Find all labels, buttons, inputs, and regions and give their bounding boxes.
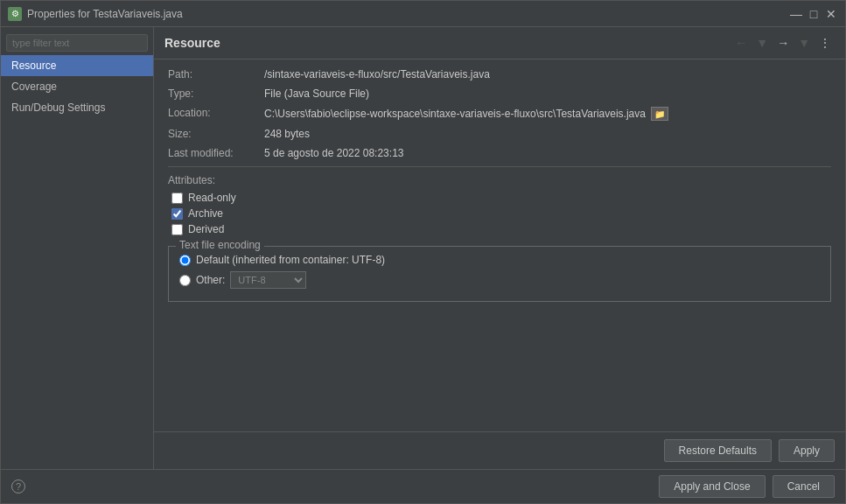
main-content: Resource Coverage Run/Debug Settings Res… bbox=[1, 27, 845, 469]
footer-bar: ? Apply and Close Cancel bbox=[1, 469, 845, 503]
cancel-button[interactable]: Cancel bbox=[773, 475, 835, 498]
title-bar-controls: — □ ✕ bbox=[789, 7, 838, 21]
window-icon-text: ⚙ bbox=[11, 9, 19, 18]
readonly-label[interactable]: Read-only bbox=[188, 192, 236, 204]
last-modified-label: Last modified: bbox=[168, 147, 264, 159]
encoding-group-label: Text file encoding bbox=[176, 239, 264, 251]
sidebar-item-run-debug[interactable]: Run/Debug Settings bbox=[1, 97, 153, 118]
size-value: 248 bytes bbox=[264, 128, 310, 140]
last-modified-row: Last modified: 5 de agosto de 2022 08:23… bbox=[168, 147, 831, 159]
derived-checkbox[interactable] bbox=[171, 224, 183, 235]
path-row: Path: /sintaxe-variaveis-e-fluxo/src/Tes… bbox=[168, 68, 831, 80]
filter-input[interactable] bbox=[6, 34, 148, 52]
title-bar-left: ⚙ Properties for TestaVariaveis.java bbox=[8, 7, 183, 21]
apply-and-close-button[interactable]: Apply and Close bbox=[659, 475, 765, 498]
type-value: File (Java Source File) bbox=[264, 88, 369, 100]
attributes-label: Attributes: bbox=[168, 174, 831, 186]
footer-right: Apply and Close Cancel bbox=[659, 475, 835, 498]
archive-label[interactable]: Archive bbox=[188, 207, 223, 220]
sidebar: Resource Coverage Run/Debug Settings bbox=[1, 27, 154, 469]
separator bbox=[168, 166, 831, 167]
readonly-row: Read-only bbox=[168, 192, 831, 204]
path-label: Path: bbox=[168, 68, 264, 80]
window-icon: ⚙ bbox=[8, 7, 22, 21]
archive-checkbox[interactable] bbox=[171, 208, 183, 220]
default-encoding-row: Default (inherited from container: UTF-8… bbox=[179, 254, 820, 266]
panel-title: Resource bbox=[164, 36, 220, 50]
encoding-select[interactable]: UTF-8 UTF-16 ISO-8859-1 bbox=[230, 271, 306, 289]
size-label: Size: bbox=[168, 128, 264, 140]
other-encoding-radio[interactable] bbox=[179, 275, 191, 286]
type-label: Type: bbox=[168, 88, 264, 100]
panel-header: Resource ← ▼ → ▼ ⋮ bbox=[154, 27, 845, 60]
other-encoding-label[interactable]: Other: bbox=[196, 274, 225, 286]
close-button[interactable]: ✕ bbox=[824, 7, 838, 21]
attributes-section: Attributes: Read-only Archive Derived bbox=[168, 174, 831, 235]
default-encoding-label[interactable]: Default (inherited from container: UTF-8… bbox=[196, 254, 385, 266]
footer-left: ? bbox=[11, 480, 25, 494]
location-browse-icon[interactable]: 📁 bbox=[651, 107, 668, 121]
sidebar-item-coverage[interactable]: Coverage bbox=[1, 76, 153, 97]
panel-nav: ← ▼ → ▼ ⋮ bbox=[731, 34, 835, 52]
nav-dropdown-button[interactable]: ▼ bbox=[752, 34, 772, 52]
nav-dropdown2-button[interactable]: ▼ bbox=[794, 34, 814, 52]
nav-forward-button[interactable]: → bbox=[773, 34, 793, 52]
location-label: Location: bbox=[168, 107, 264, 119]
sidebar-item-resource[interactable]: Resource bbox=[1, 55, 153, 76]
encoding-group: Text file encoding Default (inherited fr… bbox=[168, 246, 831, 302]
derived-row: Derived bbox=[168, 223, 831, 235]
archive-row: Archive bbox=[168, 207, 831, 220]
minimize-button[interactable]: — bbox=[789, 7, 803, 21]
window-title: Properties for TestaVariaveis.java bbox=[27, 8, 183, 20]
last-modified-value: 5 de agosto de 2022 08:23:13 bbox=[264, 147, 403, 159]
help-icon[interactable]: ? bbox=[11, 480, 25, 494]
bottom-buttons: Restore Defaults Apply bbox=[154, 431, 845, 469]
maximize-button[interactable]: □ bbox=[807, 7, 821, 21]
apply-button[interactable]: Apply bbox=[779, 439, 835, 462]
readonly-checkbox[interactable] bbox=[171, 192, 183, 204]
derived-label[interactable]: Derived bbox=[188, 223, 224, 235]
nav-back-button[interactable]: ← bbox=[731, 34, 751, 52]
location-value: C:\Users\fabio\eclipse-workspace\sintaxe… bbox=[264, 107, 668, 121]
restore-defaults-button[interactable]: Restore Defaults bbox=[664, 439, 772, 462]
type-row: Type: File (Java Source File) bbox=[168, 88, 831, 100]
location-row: Location: C:\Users\fabio\eclipse-workspa… bbox=[168, 107, 831, 121]
default-encoding-radio[interactable] bbox=[179, 255, 191, 266]
more-options-button[interactable]: ⋮ bbox=[815, 34, 835, 52]
panel-body: Path: /sintaxe-variaveis-e-fluxo/src/Tes… bbox=[154, 60, 845, 431]
size-row: Size: 248 bytes bbox=[168, 128, 831, 140]
properties-window: ⚙ Properties for TestaVariaveis.java — □… bbox=[0, 0, 846, 504]
other-encoding-row: Other: UTF-8 UTF-16 ISO-8859-1 bbox=[179, 271, 820, 289]
title-bar: ⚙ Properties for TestaVariaveis.java — □… bbox=[1, 1, 845, 27]
right-panel: Resource ← ▼ → ▼ ⋮ Path: /sintaxe-variav… bbox=[154, 27, 845, 469]
path-value: /sintaxe-variaveis-e-fluxo/src/TestaVari… bbox=[264, 68, 490, 80]
